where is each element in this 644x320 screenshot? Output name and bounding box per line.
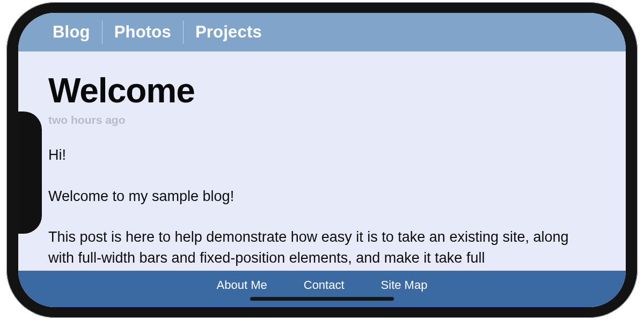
post-title: Welcome: [48, 71, 596, 110]
post-content: Welcome two hours ago Hi! Welcome to my …: [48, 71, 596, 268]
post-body: Hi! Welcome to my sample blog! This post…: [48, 145, 596, 268]
nav-tab-photos[interactable]: Photos: [103, 19, 183, 45]
footer-link-contact[interactable]: Contact: [304, 278, 345, 292]
footer-link-sitemap[interactable]: Site Map: [381, 278, 428, 292]
nav-tab-blog[interactable]: Blog: [41, 19, 102, 45]
post-timestamp: two hours ago: [48, 114, 596, 126]
phone-screen: Blog Photos Projects Welcome two hours a…: [18, 13, 626, 307]
sensor-notch: [18, 111, 42, 234]
footer-bar: About Me Contact Site Map: [18, 271, 626, 307]
home-indicator[interactable]: [250, 297, 394, 301]
nav-tab-projects[interactable]: Projects: [184, 19, 274, 45]
top-nav-bar: Blog Photos Projects: [18, 13, 626, 51]
footer-link-about[interactable]: About Me: [217, 278, 267, 292]
